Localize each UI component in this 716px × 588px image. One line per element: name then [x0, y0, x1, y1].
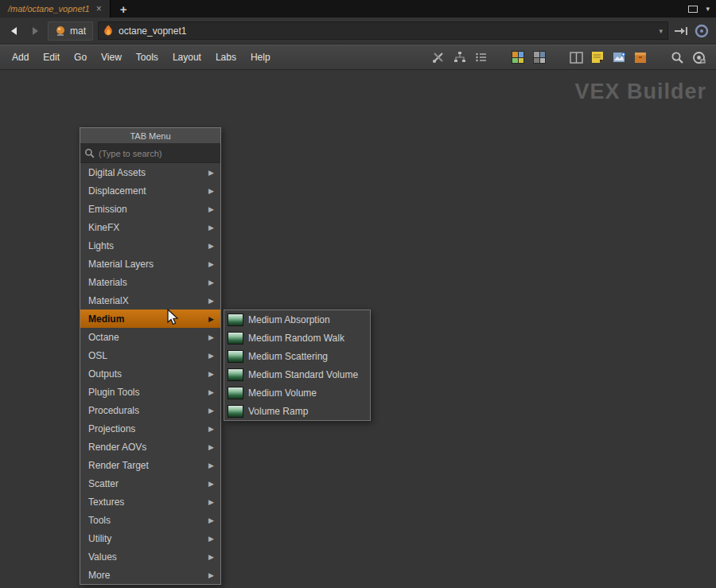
tab-menu-item-procedurals[interactable]: Procedurals ▶ [80, 401, 220, 419]
tab-menu-item-medium[interactable]: Medium ▶ [80, 310, 220, 328]
color-palette-button[interactable] [510, 49, 526, 65]
split-pane-icon [570, 52, 583, 64]
tab-menu-item-values[interactable]: Values ▶ [80, 547, 220, 566]
tab-menu-item-materialx[interactable]: MaterialX ▶ [80, 291, 220, 310]
submenu-arrow-icon: ▶ [208, 407, 214, 415]
tree-view-button[interactable] [452, 49, 468, 65]
item-label: Render AOVs [88, 442, 208, 453]
menu-view[interactable]: View [94, 45, 129, 69]
tab-menu-header: TAB Menu [80, 128, 220, 144]
breadcrumb-dropdown-icon[interactable]: ▾ [659, 27, 663, 35]
list-icon [475, 51, 488, 64]
tab-menu-item-lights[interactable]: Lights ▶ [80, 236, 220, 255]
submenu-item-label: Volume Ramp [248, 406, 308, 417]
sticky-note-button[interactable] [590, 49, 605, 65]
item-label: Procedurals [88, 405, 208, 416]
submenu-arrow-icon: ▶ [208, 370, 214, 378]
item-label: More [88, 570, 208, 581]
tab-close-icon[interactable]: × [96, 4, 102, 14]
panes-button[interactable] [568, 49, 584, 65]
maximize-icon[interactable] [688, 6, 698, 13]
orange-box-icon [634, 52, 647, 64]
tab-menu-item-more[interactable]: More ▶ [80, 566, 220, 584]
menu-add[interactable]: Add [5, 45, 36, 69]
submenu-item-label: Medium Scattering [248, 351, 328, 362]
tab-menu-item-digital-assets[interactable]: Digital Assets ▶ [80, 163, 220, 181]
search-input[interactable] [99, 149, 216, 158]
tab-menu-item-scatter[interactable]: Scatter ▶ [80, 474, 220, 493]
image-icon [613, 52, 626, 64]
tools-button[interactable] [430, 49, 446, 65]
tab-menu-item-tools[interactable]: Tools ▶ [80, 511, 220, 529]
search-button[interactable] [669, 49, 685, 65]
window-controls: ▾ [688, 0, 716, 18]
pin-path-button[interactable] [673, 24, 689, 38]
tab-menu-item-displacement[interactable]: Displacement ▶ [80, 181, 220, 200]
submenu-arrow-icon: ▶ [208, 187, 214, 195]
menu-go[interactable]: Go [67, 45, 94, 69]
breadcrumb[interactable]: octane_vopnet1 ▾ [98, 21, 668, 40]
radial-menu-button[interactable] [694, 24, 710, 38]
tab-menu-item-osl[interactable]: OSL ▶ [80, 346, 220, 364]
network-type-watermark: VEX Builder [574, 80, 706, 104]
tab-menu-item-outputs[interactable]: Outputs ▶ [80, 364, 220, 383]
item-label: KineFX [88, 222, 208, 233]
path-tab[interactable]: /mat/octane_vopnet1 × [0, 0, 111, 18]
submenu-item-label: Medium Volume [248, 387, 317, 399]
submenu-arrow-icon: ▶ [208, 498, 214, 506]
background-image-button[interactable] [611, 49, 627, 65]
path-tab-title: /mat/octane_vopnet1 [8, 4, 90, 14]
submenu-item-label: Medium Standard Volume [248, 369, 358, 380]
tab-menu-item-kinefx[interactable]: KineFX ▶ [80, 218, 220, 236]
shape-palette-button[interactable] [531, 49, 547, 65]
list-view-button[interactable] [473, 49, 489, 65]
submenu-arrow-icon: ▶ [208, 260, 214, 268]
item-label: Octane [88, 332, 208, 343]
submenu-item-volume-ramp[interactable]: Volume Ramp [224, 402, 370, 420]
breadcrumb-node-name: octane_vopnet1 [119, 25, 186, 37]
new-tab-button[interactable]: + [111, 0, 137, 18]
tab-menu-item-utility[interactable]: Utility ▶ [80, 529, 220, 547]
main-menu-bar: Add Edit Go View Tools Layout Labs Help [0, 45, 716, 70]
tab-menu-item-projections[interactable]: Projections ▶ [80, 419, 220, 438]
tab-menu-item-render-target[interactable]: Render Target ▶ [80, 456, 220, 474]
submenu-arrow-icon: ▶ [208, 315, 214, 323]
tab-menu-item-textures[interactable]: Textures ▶ [80, 493, 220, 511]
tab-menu-item-octane[interactable]: Octane ▶ [80, 328, 220, 346]
menu-edit[interactable]: Edit [36, 45, 67, 69]
pin-icon [674, 25, 688, 37]
network-root-chip[interactable]: mat [48, 21, 93, 41]
tab-menu-item-emission[interactable]: Emission ▶ [80, 200, 220, 218]
tab-menu-search[interactable] [80, 144, 220, 163]
item-label: OSL [88, 350, 208, 361]
item-label: Outputs [88, 368, 208, 380]
tab-menu-item-materials[interactable]: Materials ▶ [80, 273, 220, 291]
network-toolbar [430, 49, 711, 65]
submenu-arrow-icon: ▶ [208, 333, 214, 341]
menu-tools[interactable]: Tools [129, 45, 165, 69]
submenu-item-medium-absorption[interactable]: Medium Absorption [224, 310, 370, 329]
menu-layout[interactable]: Layout [165, 45, 208, 69]
forward-button[interactable] [27, 24, 43, 38]
item-label: Projections [88, 423, 208, 434]
submenu-item-label: Medium Random Walk [248, 333, 344, 344]
menu-help[interactable]: Help [243, 45, 278, 69]
window-menu-caret-icon[interactable]: ▾ [706, 5, 710, 13]
menu-labs[interactable]: Labs [208, 45, 243, 69]
asset-box-button[interactable] [632, 49, 648, 65]
submenu-arrow-icon: ▶ [208, 443, 214, 451]
submenu-item-medium-scattering[interactable]: Medium Scattering [224, 347, 370, 365]
submenu-item-medium-standard-volume[interactable]: Medium Standard Volume [224, 365, 370, 384]
snapshot-button[interactable] [691, 49, 706, 65]
submenu-arrow-icon: ▶ [208, 242, 214, 250]
back-button[interactable] [6, 24, 22, 38]
submenu-item-medium-random-walk[interactable]: Medium Random Walk [224, 329, 370, 347]
item-label: Render Target [88, 460, 208, 471]
item-label: Materials [88, 277, 208, 288]
medium-submenu: Medium Absorption Medium Random Walk Med… [224, 310, 371, 421]
submenu-item-medium-volume[interactable]: Medium Volume [224, 384, 370, 402]
radial-menu-icon [695, 24, 709, 38]
tab-menu-item-material-layers[interactable]: Material Layers ▶ [80, 255, 220, 273]
tab-menu-item-plugin-tools[interactable]: Plugin Tools ▶ [80, 383, 220, 401]
tab-menu-item-render-aovs[interactable]: Render AOVs ▶ [80, 438, 220, 456]
